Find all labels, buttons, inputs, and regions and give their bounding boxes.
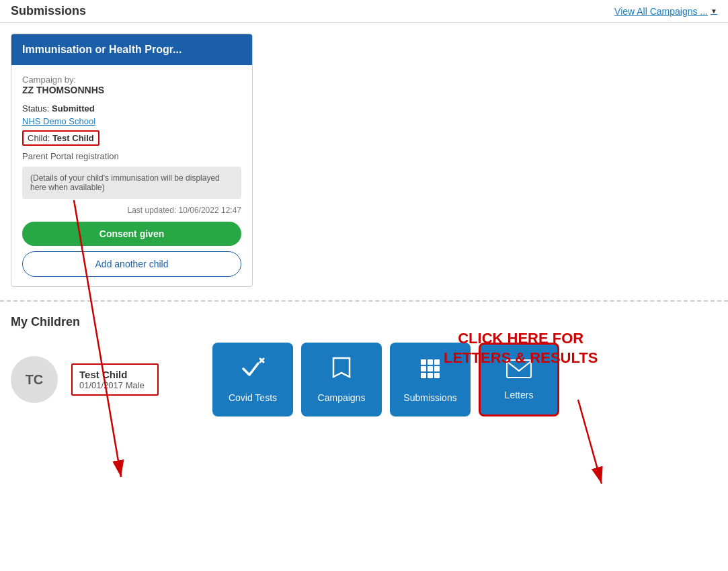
page-title: Submissions <box>11 4 86 18</box>
consent-given-button[interactable]: Consent given <box>22 222 241 246</box>
campaign-by-label: Campaign by: <box>22 75 241 85</box>
campaigns-button[interactable]: Campaigns <box>301 343 382 416</box>
letters-label: Letters <box>505 390 534 400</box>
children-row: TC Test Child 01/01/2017 Male Covid Test… <box>11 343 717 416</box>
last-updated-value: 10/06/2022 12:47 <box>179 206 241 215</box>
campaigns-label: Campaigns <box>318 392 366 403</box>
section-divider <box>0 300 728 302</box>
status-label: Status: <box>22 103 49 114</box>
child-avatar: TC <box>11 356 58 403</box>
school-link[interactable]: NHS Demo School <box>22 116 241 126</box>
last-updated-label: Last updated: <box>128 206 177 215</box>
campaign-card-body: Campaign by: ZZ THOMSONNHS Status: Submi… <box>11 65 252 286</box>
campaign-card-header: Immunisation or Health Progr... <box>11 34 252 65</box>
status-line: Status: Submitted <box>22 103 241 114</box>
child-info-box: Test Child 01/01/2017 Male <box>71 363 159 396</box>
svg-rect-5 <box>421 366 426 371</box>
covid-tests-icon <box>241 357 265 386</box>
child-full-name: Test Child <box>79 369 151 380</box>
svg-rect-3 <box>428 359 433 365</box>
campaign-by-value: ZZ THOMSONNHS <box>22 85 241 95</box>
last-updated: Last updated: 10/06/2022 12:47 <box>22 206 241 215</box>
child-initials: TC <box>26 372 44 388</box>
click-here-annotation: CLICK HERE FOR LETTERS & RESULTS <box>444 329 598 367</box>
add-another-child-button[interactable]: Add another child <box>22 251 241 277</box>
immunisation-notice: (Details of your child's immunisation wi… <box>22 167 241 199</box>
svg-rect-7 <box>434 366 440 371</box>
svg-rect-10 <box>434 373 440 378</box>
child-label: Child: <box>28 133 50 143</box>
child-name-value: Test Child <box>52 133 94 143</box>
svg-rect-8 <box>421 373 426 378</box>
covid-tests-label: Covid Tests <box>229 392 277 403</box>
my-children-title: My Children <box>11 315 717 329</box>
click-here-line2: LETTERS & RESULTS <box>444 349 598 368</box>
registration-text: Parent Portal registration <box>22 151 241 161</box>
svg-rect-4 <box>434 359 440 365</box>
svg-rect-9 <box>428 373 433 378</box>
view-all-campaigns-button[interactable]: View All Campaigns ... ▼ <box>614 6 717 17</box>
dropdown-arrow-icon: ▼ <box>711 7 717 15</box>
child-box: Child: Test Child <box>22 130 99 146</box>
my-children-section: My Children TC Test Child 01/01/2017 Mal… <box>0 315 728 416</box>
main-content: Immunisation or Health Progr... Campaign… <box>0 23 728 287</box>
covid-tests-button[interactable]: Covid Tests <box>212 343 293 416</box>
status-value: Submitted <box>52 103 95 114</box>
top-bar: Submissions View All Campaigns ... ▼ <box>0 0 728 23</box>
svg-rect-2 <box>421 359 426 365</box>
click-here-line1: CLICK HERE FOR <box>444 329 598 349</box>
campaign-title: Immunisation or Health Progr... <box>22 44 181 55</box>
view-all-label: View All Campaigns ... <box>614 6 708 17</box>
campaign-card: Immunisation or Health Progr... Campaign… <box>11 34 253 287</box>
child-dob-gender: 01/01/2017 Male <box>79 380 151 390</box>
submissions-label: Submissions <box>403 392 456 403</box>
svg-rect-6 <box>428 366 433 371</box>
campaigns-icon <box>331 357 352 386</box>
submissions-icon <box>418 357 442 386</box>
